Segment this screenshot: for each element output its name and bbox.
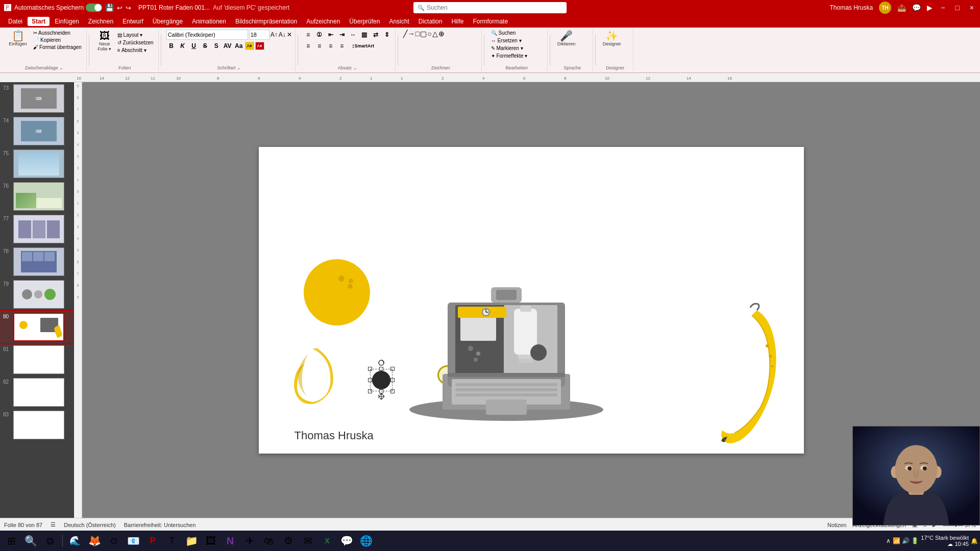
text-align-btn[interactable]: ⇕: [382, 30, 392, 40]
strike-btn[interactable]: S: [200, 41, 210, 51]
menu-bildschirm[interactable]: Bildschirmpräsentation: [231, 17, 301, 26]
shape-more[interactable]: ⊕: [438, 30, 445, 38]
shape-tri[interactable]: △: [432, 30, 438, 38]
align-right[interactable]: ≡: [326, 41, 336, 51]
system-icons[interactable]: ∧ 📶 🔊 🔋: [886, 537, 919, 544]
menu-datei[interactable]: Datei: [4, 17, 27, 26]
menu-dictation[interactable]: Dictation: [414, 17, 447, 26]
autosave-toggle[interactable]: Automatisches Speichern: [14, 4, 102, 12]
menu-ansicht[interactable]: Ansicht: [385, 17, 413, 26]
underline-btn[interactable]: U: [189, 41, 199, 51]
redo-icon[interactable]: ↪: [126, 4, 131, 12]
btn-designer[interactable]: ✨ Designer: [601, 30, 623, 47]
share-icon[interactable]: 📤: [897, 4, 906, 12]
slide-item-75[interactable]: 75: [0, 147, 74, 180]
btn-zuruecksetzen[interactable]: ↺ Zurücksetzen: [116, 39, 155, 46]
skype-icon[interactable]: 💬: [337, 532, 356, 550]
align-left[interactable]: ≡: [303, 41, 313, 51]
slide-item-81[interactable]: 81: [0, 343, 74, 376]
list-num[interactable]: ①: [314, 30, 325, 40]
slide-panel[interactable]: 73 ⌨ 74 ⌨ 75 76 7: [0, 82, 74, 518]
list-bullet[interactable]: ≡: [303, 30, 313, 40]
font-clear[interactable]: ✕: [287, 31, 292, 38]
outlook-icon[interactable]: 📧: [124, 532, 142, 550]
browser2-icon[interactable]: 🌐: [357, 532, 375, 550]
small-circle-selected[interactable]: [370, 369, 393, 391]
undo-icon[interactable]: ↩: [117, 4, 122, 12]
close-btn[interactable]: ×: [968, 4, 976, 12]
indent-dec[interactable]: ⇤: [326, 30, 336, 40]
align-just[interactable]: ≡: [337, 41, 347, 51]
slide-item-73[interactable]: 73 ⌨: [0, 82, 74, 115]
save-icon[interactable]: 💾: [105, 4, 114, 12]
btn-suchen[interactable]: 🔍 Suchen: [489, 30, 518, 36]
shape-circle[interactable]: ○: [427, 30, 431, 38]
smartart[interactable]: SmartArt: [359, 41, 370, 51]
slide-item-83[interactable]: 83: [0, 409, 74, 441]
present-icon[interactable]: ▶: [927, 4, 933, 12]
btn-kopieren[interactable]: 📄 Kopieren: [32, 37, 83, 43]
teams-icon[interactable]: T: [163, 532, 181, 550]
font-name-input[interactable]: [166, 30, 248, 40]
menu-einfuegen[interactable]: Einfügen: [51, 17, 83, 26]
minimize-btn[interactable]: −: [939, 4, 947, 12]
slide-item-82[interactable]: 82: [0, 376, 74, 409]
btn-formeffekte[interactable]: ✦ Formeffekte ▾: [489, 53, 529, 59]
shadow-btn[interactable]: S: [211, 41, 222, 51]
firefox-icon[interactable]: 🦊: [85, 532, 104, 550]
btn-format[interactable]: 🖌 Format übertragen: [32, 44, 83, 51]
menu-hilfe[interactable]: Hilfe: [447, 17, 468, 26]
indent-inc[interactable]: ⇥: [337, 30, 347, 40]
accessibility-indicator[interactable]: Barrierefreiheit: Untersuchen: [124, 522, 196, 528]
align-center[interactable]: ≡: [314, 41, 325, 51]
ppt-icon[interactable]: P: [143, 532, 162, 550]
menu-aufzeichnen[interactable]: Aufzeichnen: [302, 17, 344, 26]
telegram-icon[interactable]: ✈: [240, 532, 259, 550]
language-indicator[interactable]: Deutsch (Österreich): [64, 522, 115, 528]
slide-item-77[interactable]: 77: [0, 213, 74, 245]
shape-line[interactable]: ╱: [403, 30, 407, 38]
search-taskbar-icon[interactable]: 🔍: [21, 532, 40, 550]
font-size-input[interactable]: [249, 30, 270, 40]
menu-entwurf[interactable]: Entwurf: [118, 17, 148, 26]
explorer-icon[interactable]: 📁: [182, 532, 201, 550]
excel-icon[interactable]: X: [318, 532, 336, 550]
slide-item-78[interactable]: 78: [0, 245, 74, 278]
shape-rrect[interactable]: ▢: [420, 30, 427, 38]
user-avatar[interactable]: TH: [879, 2, 891, 14]
text-dir[interactable]: ⇄: [371, 30, 381, 40]
menu-zeichnen[interactable]: Zeichnen: [84, 17, 117, 26]
shape-rect[interactable]: □: [415, 30, 420, 38]
btn-abschnitt[interactable]: ≡ Abschnitt ▾: [116, 47, 155, 54]
bold-btn[interactable]: B: [166, 41, 177, 51]
clock[interactable]: 17°C Stark bewölkt ☁ 10:45: [921, 535, 969, 547]
btn-ausschneiden[interactable]: ✂ Ausschneiden: [32, 30, 83, 36]
slide-item-80[interactable]: 80: [0, 311, 74, 343]
rotation-handle[interactable]: [377, 359, 385, 367]
menu-ueberpruefen[interactable]: Überprüfen: [345, 17, 384, 26]
font-decrease[interactable]: A↓: [279, 31, 286, 38]
btn-ersetzen[interactable]: ↔ Ersetzen ▾: [489, 37, 523, 44]
slide-info-icon[interactable]: ☰: [51, 521, 56, 528]
banana[interactable]: [692, 300, 781, 445]
rtl-ltr[interactable]: ↔: [348, 30, 358, 40]
onenote-icon[interactable]: N: [221, 532, 239, 550]
crescent-shape[interactable]: [287, 343, 338, 405]
menu-start[interactable]: Start: [28, 17, 50, 26]
start-icon[interactable]: ⊞: [2, 532, 20, 550]
search-input[interactable]: [427, 4, 562, 11]
autosave-switch[interactable]: [86, 4, 102, 12]
btn-neue-folie[interactable]: 🖼 NeueFolie ▾: [94, 30, 115, 53]
shape-arrow[interactable]: →: [408, 30, 415, 38]
store-icon[interactable]: 🛍: [260, 532, 278, 550]
menu-uebergaenge[interactable]: Übergänge: [149, 17, 187, 26]
menu-animationen[interactable]: Animationen: [188, 17, 230, 26]
move-handle[interactable]: [377, 392, 385, 400]
font-increase[interactable]: A↑: [271, 31, 278, 38]
btn-diktieren[interactable]: 🎤 Diktieren: [555, 30, 578, 47]
slide-canvas[interactable]: Thomas Hruska: [259, 147, 804, 454]
photos-icon[interactable]: 🖼: [202, 532, 220, 550]
chrome-icon[interactable]: ⊙: [105, 532, 123, 550]
highlight-color[interactable]: A▾: [245, 42, 254, 50]
laptop-illustration[interactable]: [397, 226, 616, 430]
